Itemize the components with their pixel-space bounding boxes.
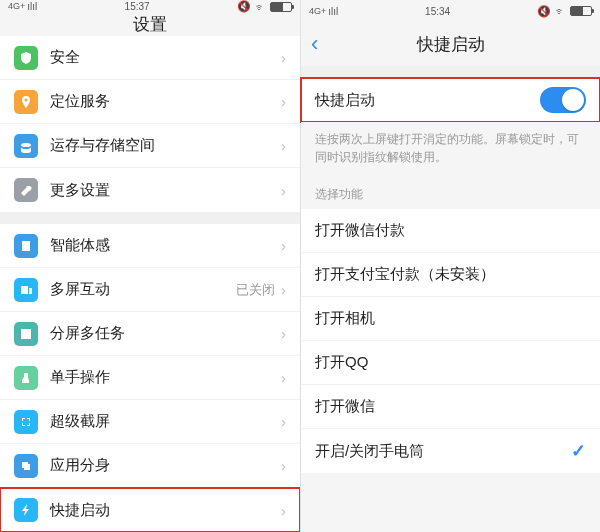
wifi-icon: ᯤ (255, 1, 266, 13)
status-bar: 4G+ ılıl 15:34 🔇 ᯤ (301, 0, 600, 22)
toggle-label: 快捷启动 (315, 91, 540, 110)
settings-row[interactable]: 定位服务› (0, 80, 300, 124)
screenshot-icon (14, 410, 38, 434)
carrier-label: 4G+ (8, 2, 25, 11)
settings-row[interactable]: 分屏多任务› (0, 312, 300, 356)
row-label: 超级截屏 (50, 412, 281, 431)
option-label: 打开QQ (315, 353, 586, 372)
bars-icon: ılıl (328, 6, 338, 17)
option-row[interactable]: 打开QQ (301, 341, 600, 385)
quick-launch-toggle-row[interactable]: 快捷启动 (301, 78, 600, 122)
chevron-right-icon: › (281, 325, 286, 342)
row-label: 多屏互动 (50, 280, 236, 299)
split-icon (14, 322, 38, 346)
description-text: 连按两次上屏键打开涓定的功能。屏幕锁定时，可同时识别指纹解锁使用。 (301, 122, 600, 176)
option-label: 开启/关闭手电筒 (315, 442, 571, 461)
mute-icon: 🔇 (537, 5, 551, 18)
row-label: 运存与存储空间 (50, 136, 281, 155)
settings-row[interactable]: 智能体感› (0, 224, 300, 268)
status-left: 4G+ ılıl (8, 1, 37, 12)
header: 设置 (0, 13, 300, 36)
shield-icon (14, 46, 38, 70)
settings-row[interactable]: 运存与存储空间› (0, 124, 300, 168)
row-label: 单手操作 (50, 368, 281, 387)
row-status: 已关闭 (236, 281, 275, 299)
settings-row[interactable]: 更多设置› (0, 168, 300, 212)
option-label: 打开支付宝付款（未安装） (315, 265, 586, 284)
options-list: 打开微信付款打开支付宝付款（未安装）打开相机打开QQ打开微信开启/关闭手电筒✓ (301, 209, 600, 473)
status-left: 4G+ ılıl (309, 6, 338, 17)
row-label: 应用分身 (50, 456, 281, 475)
settings-row[interactable]: 单手操作› (0, 356, 300, 400)
clone-icon (14, 454, 38, 478)
option-label: 打开相机 (315, 309, 586, 328)
chevron-right-icon: › (281, 369, 286, 386)
row-label: 安全 (50, 48, 281, 67)
status-bar: 4G+ ılıl 15:37 🔇 ᯤ (0, 0, 300, 13)
row-label: 定位服务 (50, 92, 281, 111)
chevron-right-icon: › (281, 49, 286, 66)
status-time: 15:37 (125, 1, 150, 12)
option-row[interactable]: 打开微信付款 (301, 209, 600, 253)
option-row[interactable]: 开启/关闭手电筒✓ (301, 429, 600, 473)
toggle-section: 快捷启动 (301, 78, 600, 122)
row-label: 分屏多任务 (50, 324, 281, 343)
header: ‹ 快捷启动 (301, 22, 600, 66)
chevron-right-icon: › (281, 237, 286, 254)
row-label: 智能体感 (50, 236, 281, 255)
option-row[interactable]: 打开支付宝付款（未安装） (301, 253, 600, 297)
option-row[interactable]: 打开微信 (301, 385, 600, 429)
gesture-icon (14, 234, 38, 258)
chevron-right-icon: › (281, 281, 286, 298)
chevron-right-icon: › (281, 137, 286, 154)
settings-row[interactable]: 安全› (0, 36, 300, 80)
battery-icon (270, 2, 292, 12)
wifi-icon: ᯤ (555, 5, 566, 17)
settings-row[interactable]: 超级截屏› (0, 400, 300, 444)
quick-icon (14, 498, 38, 522)
chevron-right-icon: › (281, 413, 286, 430)
chevron-right-icon: › (281, 93, 286, 110)
battery-icon (570, 6, 592, 16)
status-right: 🔇 ᯤ (537, 5, 592, 18)
carrier-label: 4G+ (309, 7, 326, 16)
toggle-switch[interactable] (540, 87, 586, 113)
page-title: 设置 (133, 13, 167, 36)
row-label: 更多设置 (50, 181, 281, 200)
settings-row[interactable]: 快捷启动› (0, 488, 300, 532)
page-title: 快捷启动 (417, 33, 485, 56)
chevron-right-icon: › (281, 182, 286, 199)
location-icon (14, 90, 38, 114)
settings-screen: 4G+ ılıl 15:37 🔇 ᯤ 设置 安全›定位服务›运存与存储空间›更多… (0, 0, 300, 532)
option-row[interactable]: 打开相机 (301, 297, 600, 341)
section-label: 选择功能 (301, 176, 600, 209)
status-right: 🔇 ᯤ (237, 0, 292, 13)
row-label: 快捷启动 (50, 501, 281, 520)
settings-row[interactable]: 多屏互动已关闭› (0, 268, 300, 312)
chevron-right-icon: › (281, 457, 286, 474)
back-button[interactable]: ‹ (311, 31, 318, 57)
more-icon (14, 178, 38, 202)
settings-list: 安全›定位服务›运存与存储空间›更多设置›智能体感›多屏互动已关闭›分屏多任务›… (0, 36, 300, 532)
settings-row[interactable]: 应用分身› (0, 444, 300, 488)
bars-icon: ılıl (27, 1, 37, 12)
chevron-right-icon: › (281, 502, 286, 519)
option-label: 打开微信 (315, 397, 586, 416)
status-time: 15:34 (425, 6, 450, 17)
quick-launch-screen: 4G+ ılıl 15:34 🔇 ᯤ ‹ 快捷启动 快捷启动 连按两次上屏键打开… (300, 0, 600, 532)
multiscreen-icon (14, 278, 38, 302)
check-icon: ✓ (571, 440, 586, 462)
option-label: 打开微信付款 (315, 221, 586, 240)
storage-icon (14, 134, 38, 158)
onehand-icon (14, 366, 38, 390)
mute-icon: 🔇 (237, 0, 251, 13)
